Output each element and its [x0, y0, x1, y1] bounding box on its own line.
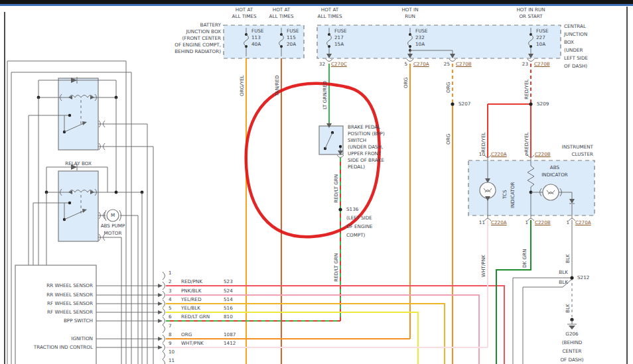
wire-label: WHT/PNK — [480, 255, 486, 277]
bpp-switch-label: UPPER FRONT — [348, 151, 381, 156]
fuse-113-label: FUSE — [251, 28, 264, 34]
connector-pin: 10 — [479, 151, 485, 157]
bjb-label: OF ENGINE COMPT, — [175, 42, 221, 48]
connector-name: C270A — [413, 61, 429, 67]
power-header: ALL TIMES — [317, 13, 342, 19]
wire-label: RED/YEL — [480, 133, 486, 152]
module-pin-circuit: 810 — [224, 314, 233, 320]
fuse-113-label: 113 — [251, 34, 261, 40]
fuse-232-label: FUSE — [415, 28, 428, 34]
fuse-227-label: FUSE — [536, 28, 549, 34]
bjb-label: BEHIND RADIATOR) — [175, 48, 221, 54]
ground-icon — [567, 318, 577, 330]
relay-box-label: RELAY BOX — [65, 160, 92, 166]
module-pin-wire: PNK/BLK — [181, 288, 202, 294]
wire-label: RED/LT GRN — [333, 174, 339, 203]
splice-s209-label: S209 — [537, 101, 549, 107]
wire-label: ORG — [445, 134, 451, 145]
ground-g206-loc: OF DASH) — [560, 357, 583, 363]
connector-arcs-top — [326, 59, 534, 62]
bpp-switch-label: SIDE OF BRAKE — [348, 157, 384, 163]
splice-s212-dot — [570, 276, 573, 279]
fuse-217-label: 15A — [334, 41, 344, 47]
fuse-217-label: 217 — [334, 34, 344, 40]
fuse-232-label: 10A — [415, 41, 425, 47]
power-header: HOT IN — [401, 7, 418, 13]
bpp-switch-label: SWITCH — [348, 137, 366, 143]
connector-name: C270C — [331, 61, 347, 67]
bpp-switch-label: PEDAL) — [348, 164, 365, 170]
module-pin-function: TRACTION IND CONTROL — [34, 344, 93, 350]
splice-s136-dot — [338, 208, 342, 211]
connector-pin: 32 — [319, 61, 325, 67]
fuse-217-label: FUSE — [334, 28, 347, 34]
fuse-232-label: 232 — [415, 34, 425, 40]
wire-label: LT GRN/RED — [322, 81, 328, 109]
power-header: ALL TIMES — [269, 13, 293, 19]
wire-label: TAN/RED — [274, 75, 280, 96]
abs-indicator-label: ABS — [550, 164, 559, 170]
module-pin-number: 11 — [169, 357, 175, 363]
fuse-227-label: 10A — [536, 41, 545, 47]
fuse-227-label: 227 — [536, 34, 545, 40]
splice-s136-label: S136 — [346, 206, 358, 212]
splice-s212-label: S212 — [577, 274, 589, 280]
central-junction-box — [317, 25, 561, 58]
wire-label: ORG/YEL — [239, 75, 245, 96]
connector-pin: 1 — [525, 219, 528, 225]
module-pin-wire: YEL/BLK — [181, 305, 200, 311]
abs-pump-motor-label: ABS PUMP — [101, 223, 125, 229]
bpp-switch — [319, 123, 344, 158]
power-header: RUN — [405, 13, 415, 19]
bjb-label: JUNCTION BOX — [186, 29, 221, 34]
connector-pin: 23 — [522, 61, 528, 67]
tcs-indicator-label: TCS — [502, 190, 508, 199]
connector-name: C220B — [535, 151, 551, 157]
bjb-label: BATTERY — [200, 22, 221, 28]
module-pin-wire: RED/PNK — [181, 278, 202, 284]
pin-arcs — [163, 272, 165, 364]
tcs-indicator-label: INDICATOR — [510, 182, 516, 208]
module-pin-wire: ORG — [181, 332, 192, 337]
module-pin-circuit: 1087 — [224, 332, 236, 337]
module-pin-wire: YEL/RED — [181, 296, 201, 302]
wire-label: RED/YEL — [524, 80, 529, 99]
bjb-label: (FRONT CENTER — [182, 35, 221, 41]
power-header: HOT IN RUN — [516, 7, 545, 13]
splice-s136-loc: OF ENGINE — [346, 223, 373, 229]
ground-g206-label: G206 — [565, 331, 578, 337]
module-pin-number: 6 — [169, 314, 172, 320]
abs-pump-motor-label: MOTOR — [104, 230, 122, 236]
instrument-cluster — [468, 155, 595, 221]
connector-name: C220A — [491, 151, 507, 157]
module-pin-function: RF WHEEL SENSOR — [47, 309, 93, 315]
fuse-115-label: 115 — [287, 34, 296, 40]
power-header: HOT AT — [321, 7, 339, 13]
connector-pin: 6 — [525, 151, 528, 157]
cjb-label: JUNCTION — [564, 31, 587, 37]
connector-pin: 11 — [479, 219, 485, 225]
module-pin-function: RR WHEEL SENSOR — [46, 292, 93, 298]
cjb-label: BOX — [564, 39, 574, 45]
wire-label: DK GRN — [522, 249, 528, 268]
cjb-label: OF DASH) — [564, 63, 587, 69]
module-pin-circuit: 514 — [224, 296, 233, 302]
module-pin-number: 2 — [169, 278, 172, 284]
module-pin-number: 10 — [169, 349, 175, 355]
wire-label: BLK — [559, 279, 568, 285]
connector-pin: 25 — [444, 61, 450, 67]
connector-name: C270B — [534, 61, 550, 67]
motor-symbol: M — [111, 212, 115, 218]
connector-pin: 5 — [404, 61, 407, 67]
connector-name: C270A — [575, 219, 591, 225]
cjb-label: LEFT SIDE — [564, 55, 588, 61]
tcs-lamp-icon — [480, 182, 496, 198]
instrument-cluster-label: INSTRUMENT — [562, 144, 593, 150]
module-pin-number: 5 — [169, 305, 172, 311]
power-header: ALL TIMES — [232, 13, 256, 19]
splice-s209-dot — [529, 102, 532, 105]
wire-label: BLK — [559, 269, 568, 275]
power-header: HOT AT — [273, 7, 291, 13]
fuse-113-label: 40A — [251, 41, 261, 47]
connector-name: C220A — [491, 219, 507, 225]
